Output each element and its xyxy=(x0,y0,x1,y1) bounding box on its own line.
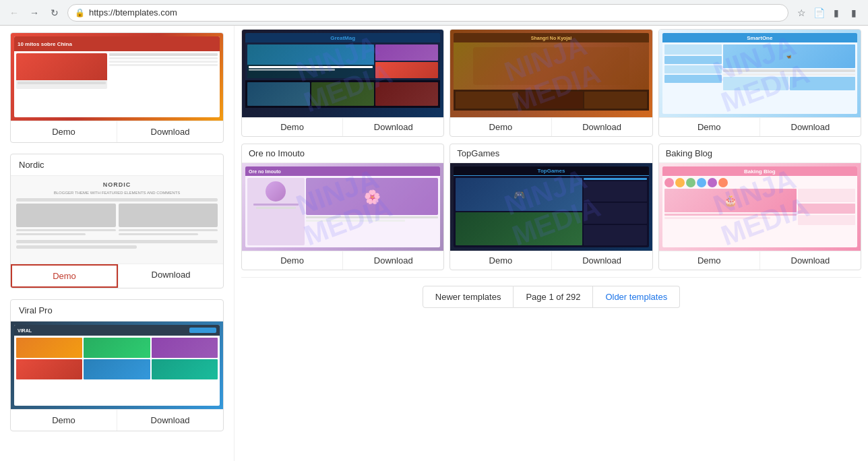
back-button[interactable]: ← xyxy=(7,5,22,20)
browser-actions: ☆ 📄 ▮ ▮ xyxy=(794,5,861,20)
grid-actions-smartone: Demo Download xyxy=(659,117,861,136)
template-image-nordic: NORDIC BLOGGER THEME WITH FEATURED ELEME… xyxy=(11,176,223,264)
baking-download-link[interactable]: Download xyxy=(760,251,861,270)
lock-icon: 🔒 xyxy=(75,8,85,18)
grid-row-2: Ore no Imouto Ore no Imouto xyxy=(241,144,861,270)
page-info: Page 1 of 292 xyxy=(514,286,593,308)
ext2-button[interactable]: ▮ xyxy=(846,5,861,20)
pdf-button[interactable]: 📄 xyxy=(811,5,826,20)
ore-download-link[interactable]: Download xyxy=(343,251,443,270)
grid-card-shangri: Shangri No Kyojai xyxy=(450,29,652,137)
grid-actions-baking: Demo Download xyxy=(659,251,861,270)
smartone-download-link[interactable]: Download xyxy=(760,118,861,136)
ext1-button[interactable]: ▮ xyxy=(829,5,844,20)
newer-templates-link[interactable]: Newer templates xyxy=(423,286,514,308)
viral-download-link[interactable]: Download xyxy=(117,410,223,431)
grid-actions-greatmag: Demo Download xyxy=(242,117,443,136)
grid-row-1: GreatMag xyxy=(241,29,861,137)
grid-image-smartone: SmartOne xyxy=(659,30,861,117)
main-content: 10 mitos sobre China xyxy=(0,26,868,461)
page-wrapper: 10 mitos sobre China xyxy=(0,26,868,461)
china-demo-link[interactable]: Demo xyxy=(11,121,117,142)
forward-button[interactable]: → xyxy=(27,5,42,20)
topgames-download-link[interactable]: Download xyxy=(552,251,652,270)
template-card-china: 10 mitos sobre China xyxy=(10,32,224,143)
shangri-demo-link[interactable]: Demo xyxy=(450,118,551,136)
grid-actions-ore: Demo Download xyxy=(242,251,443,270)
grid-image-baking: Baking Blog xyxy=(659,163,861,251)
template-actions-china: Demo Download xyxy=(11,121,223,142)
pagination: Newer templates Page 1 of 292 Older temp… xyxy=(241,277,861,319)
template-actions-viral: Demo Download xyxy=(11,409,223,431)
older-templates-link[interactable]: Older templates xyxy=(593,286,680,308)
ore-title: Ore no Imouto xyxy=(242,144,443,163)
grid-image-ore: Ore no Imouto xyxy=(242,163,443,251)
grid-card-ore: Ore no Imouto Ore no Imouto xyxy=(241,144,444,270)
reload-button[interactable]: ↻ xyxy=(47,5,62,20)
grid-card-topgames: TopGames TopGames 🎮 xyxy=(450,144,652,270)
browser-chrome: ← → ↻ 🔒 https://btemplates.com ☆ 📄 ▮ ▮ xyxy=(0,0,868,26)
greatmag-download-link[interactable]: Download xyxy=(343,118,443,136)
topgames-title: TopGames xyxy=(450,144,652,163)
address-bar[interactable]: 🔒 https://btemplates.com xyxy=(67,4,788,22)
viral-demo-link[interactable]: Demo xyxy=(11,410,117,431)
grid-actions-shangri: Demo Download xyxy=(450,117,652,136)
template-grid: GreatMag xyxy=(235,26,868,461)
shangri-download-link[interactable]: Download xyxy=(552,118,652,136)
smartone-demo-link[interactable]: Demo xyxy=(659,118,760,136)
china-download-link[interactable]: Download xyxy=(117,121,223,142)
nordic-demo-link[interactable]: Demo xyxy=(11,264,118,288)
template-card-viral-pro: Viral Pro VIRAL xyxy=(10,299,224,431)
ore-demo-link[interactable]: Demo xyxy=(242,251,342,270)
grid-card-greatmag: GreatMag xyxy=(241,29,444,137)
nordic-download-link[interactable]: Download xyxy=(119,264,223,288)
star-button[interactable]: ☆ xyxy=(794,5,809,20)
grid-image-greatmag: GreatMag xyxy=(242,30,443,117)
baking-demo-link[interactable]: Demo xyxy=(659,251,760,270)
template-image-viral: VIRAL xyxy=(11,321,223,409)
grid-image-topgames: TopGames 🎮 xyxy=(450,163,652,251)
topgames-demo-link[interactable]: Demo xyxy=(450,251,551,270)
nordic-title: Nordic xyxy=(11,154,223,176)
url-text: https://btemplates.com xyxy=(89,7,781,18)
baking-title: Baking Blog xyxy=(659,144,861,163)
template-image-china: 10 mitos sobre China xyxy=(11,33,223,121)
grid-card-baking: Baking Blog Baking Blog xyxy=(658,144,861,270)
greatmag-demo-link[interactable]: Demo xyxy=(242,118,342,136)
viral-pro-title: Viral Pro xyxy=(11,300,223,321)
sidebar: 10 mitos sobre China xyxy=(0,26,235,461)
template-card-nordic: Nordic NORDIC BLOGGER THEME WITH FEATURE… xyxy=(10,154,224,288)
grid-actions-topgames: Demo Download xyxy=(450,251,652,270)
grid-card-smartone: SmartOne xyxy=(658,29,861,137)
grid-image-shangri: Shangri No Kyojai xyxy=(450,30,652,117)
template-actions-nordic: Demo Download xyxy=(11,264,223,288)
